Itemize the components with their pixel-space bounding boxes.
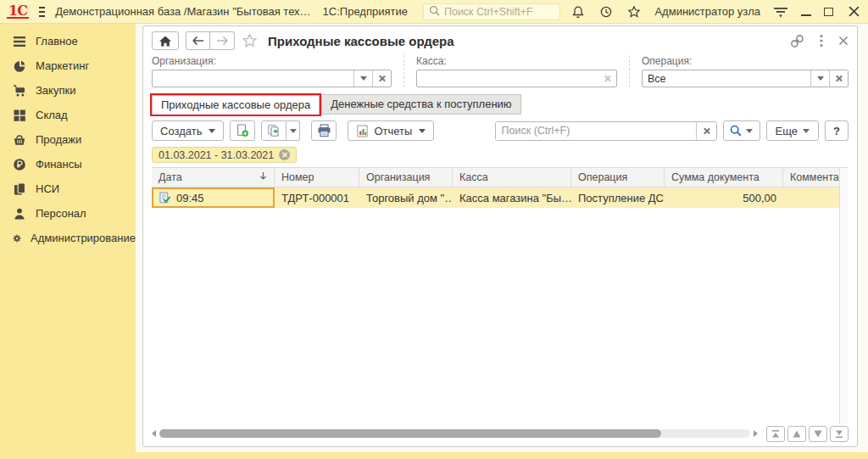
cell-number[interactable]: ТДРТ-000001 (275, 188, 359, 208)
cell-amount[interactable]: 500,00 (665, 188, 783, 208)
copy-document-dropdown[interactable] (287, 120, 300, 141)
reports-button[interactable]: Отчеты (348, 120, 434, 141)
go-last-row-button[interactable] (830, 426, 849, 442)
go-first-row-button[interactable] (766, 426, 785, 442)
filters-row: Организация: Касса: Операция: Все (143, 53, 857, 93)
organization-combo[interactable] (152, 70, 392, 87)
list-search-box[interactable] (495, 121, 717, 141)
history-icon[interactable] (598, 4, 614, 20)
database-title: Демонстрационная база /Магазин "Бытовая … (55, 5, 310, 18)
sidebar-item-nsi[interactable]: НСИ (0, 176, 136, 201)
column-header-operation[interactable]: Операция (571, 168, 665, 187)
global-search-box[interactable] (423, 3, 561, 20)
pin-favorite-star-icon[interactable] (242, 33, 258, 48)
cell-operation[interactable]: Поступление ДС… (571, 188, 665, 208)
sidebar-item-warehouse[interactable]: Склад (0, 103, 136, 127)
column-header-number[interactable]: Номер (275, 168, 359, 187)
scroll-left-icon[interactable] (152, 430, 156, 437)
kebab-menu-icon[interactable] (820, 34, 823, 48)
sidebar-item-purchases[interactable]: Закупки (0, 78, 136, 103)
get-link-icon[interactable] (790, 34, 804, 48)
ruble-icon (13, 158, 26, 171)
kassa-clear-button[interactable] (598, 70, 616, 87)
cell-comment[interactable] (783, 188, 839, 208)
sidebar-label: Главное (36, 35, 78, 48)
more-button[interactable]: Еще (766, 120, 819, 141)
copy-document-button[interactable] (261, 120, 287, 141)
column-label: Дата (159, 171, 182, 183)
scrollbar-thumb[interactable] (159, 429, 661, 438)
organization-dropdown-button[interactable] (353, 70, 372, 87)
organization-input[interactable] (153, 70, 353, 87)
global-search-input[interactable] (444, 6, 555, 18)
back-button[interactable] (186, 31, 210, 50)
window-maximize-button[interactable] (824, 8, 833, 16)
list-search-input[interactable] (496, 122, 696, 140)
window-minimize-button[interactable] (801, 8, 811, 16)
sidebar-item-sales[interactable]: Продажи (0, 127, 136, 152)
window-close-button[interactable] (846, 4, 861, 20)
advanced-search-button[interactable] (723, 120, 760, 141)
forward-button[interactable] (210, 31, 235, 50)
kassa-combo[interactable] (416, 70, 617, 87)
column-header-date[interactable]: Дата (152, 168, 275, 187)
notifications-bell-icon[interactable] (570, 4, 586, 20)
kassa-input[interactable] (417, 70, 598, 87)
cart-icon (13, 84, 26, 98)
operation-dropdown-button[interactable] (810, 70, 829, 87)
operation-value[interactable]: Все (643, 70, 810, 87)
report-icon (356, 125, 369, 137)
column-header-kassa[interactable]: Касса (453, 168, 571, 187)
vertical-scrollbar[interactable] (839, 168, 849, 424)
row-navigation-buttons (766, 426, 849, 442)
cell-date[interactable]: 09:45 (152, 188, 275, 208)
sidebar-item-personnel[interactable]: Персонал (0, 201, 136, 226)
first-row-icon (771, 429, 780, 439)
operation-combo[interactable]: Все (642, 70, 849, 87)
help-button[interactable]: ? (825, 120, 849, 141)
previous-row-button[interactable] (787, 426, 806, 442)
table-row[interactable]: 09:45 ТДРТ-000001 Торговый дом "… Касса … (152, 188, 839, 208)
operation-clear-button[interactable] (829, 70, 848, 87)
tab-cash-receipt-orders[interactable]: Приходные кассовые ордера (152, 95, 320, 115)
favorites-star-icon[interactable] (626, 4, 642, 20)
search-icon (730, 125, 742, 137)
sidebar-item-administration[interactable]: Администрирование (0, 226, 136, 250)
section-sidebar: Главное Маркетинг Закупки Склад Продажи … (0, 24, 136, 459)
column-header-organization[interactable]: Организация (359, 168, 453, 187)
main-menu-icon[interactable] (39, 7, 45, 17)
document-table: Дата Номер Организация Касса Операция Су… (152, 167, 849, 424)
scroll-right-icon[interactable] (754, 430, 758, 437)
period-filter-chip[interactable]: 01.03.2021 - 31.03.2021 (152, 147, 297, 163)
chevron-down-icon (360, 76, 367, 81)
current-user[interactable]: Администратор узла (654, 5, 760, 18)
scrollbar-track[interactable] (159, 429, 750, 438)
create-button[interactable]: Создать (152, 120, 224, 141)
basket-icon (13, 133, 26, 147)
sidebar-item-finance[interactable]: Финансы (0, 152, 136, 176)
next-row-button[interactable] (809, 426, 827, 442)
clear-icon (604, 75, 611, 82)
chevron-down-icon (209, 129, 215, 133)
cell-organization[interactable]: Торговый дом "… (359, 188, 453, 208)
home-button[interactable] (152, 31, 179, 50)
copy-document-split-button (261, 120, 300, 141)
sidebar-item-marketing[interactable]: Маркетинг (0, 53, 136, 78)
create-by-copy-button[interactable] (230, 120, 255, 141)
list-search-clear-button[interactable] (696, 122, 716, 140)
horizontal-scrollbar[interactable] (152, 429, 758, 438)
close-form-icon[interactable] (838, 36, 849, 46)
page-title: Приходные кассовые ордера (268, 34, 454, 48)
remove-filter-icon[interactable] (279, 149, 290, 160)
document-list-form: Приходные кассовые ордера Организация: (142, 25, 858, 447)
forward-arrow-icon (216, 36, 229, 46)
service-menu-icon[interactable] (773, 4, 788, 20)
column-header-amount[interactable]: Сумма документа (665, 168, 783, 187)
organization-clear-button[interactable] (372, 70, 391, 87)
tabs-row: Приходные кассовые ордера Денежные средс… (143, 93, 857, 115)
column-header-comment[interactable]: Комментарий (783, 168, 839, 187)
sidebar-item-main[interactable]: Главное (0, 29, 136, 53)
cell-kassa[interactable]: Касса магазина "Бы… (453, 188, 571, 208)
print-button[interactable] (311, 120, 337, 141)
tab-expected-cash[interactable]: Денежные средства к поступлению (321, 94, 520, 115)
